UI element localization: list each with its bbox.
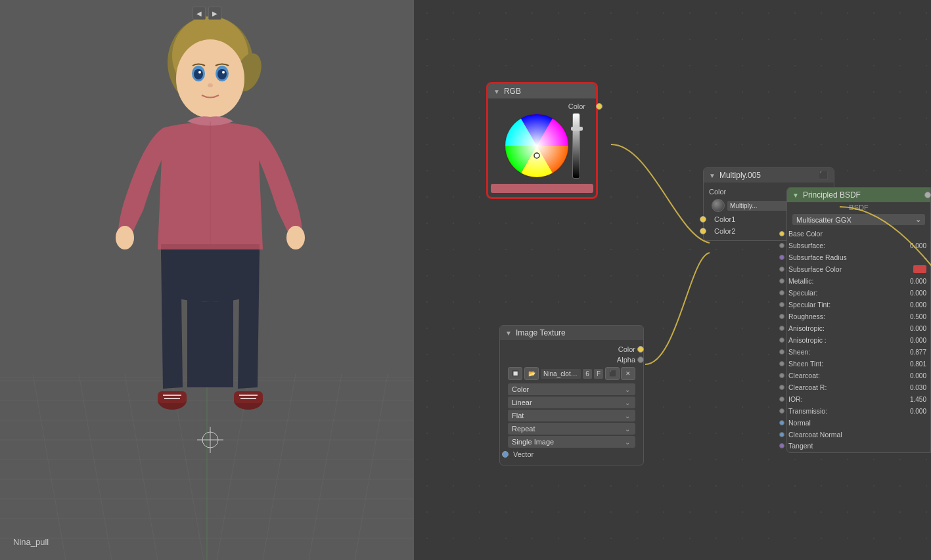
- principled-specular-tint-row: Specular Tint: 0.000: [787, 299, 930, 311]
- multiply-color1-socket: [700, 216, 706, 223]
- principled-bsdf-node: ▼ Principled BSDF BSDF Multiscatter GGX …: [786, 187, 931, 453]
- principled-tangent-socket: [779, 443, 784, 448]
- multiply-save-icon[interactable]: ⬛: [819, 171, 829, 180]
- principled-ior-row: IOR: 1.450: [787, 393, 930, 405]
- viewport-nav-arrows: ◀ ▶: [193, 7, 221, 20]
- principled-sheen-tint-value: 0.801: [910, 360, 926, 368]
- bsdf-distribution-row: Multiscatter GGX ⌄: [790, 214, 928, 225]
- principled-anisotropic2-socket: [779, 337, 784, 343]
- multiply-ball: [712, 199, 725, 212]
- image-texture-repeat-dropdown[interactable]: Repeat: [508, 423, 635, 435]
- image-texture-title: Image Texture: [516, 328, 566, 337]
- principled-node-title: Principled BSDF: [803, 190, 861, 200]
- viewport-background: ◀ ▶: [0, 0, 414, 560]
- principled-sheen-tint-label: Sheen Tint:: [786, 360, 909, 368]
- principled-sheen-socket: [779, 349, 784, 355]
- principled-subsurface-socket: [779, 243, 784, 248]
- image-texture-vector-row: Vector: [505, 449, 638, 461]
- rgb-node: ▼ RGB Color: [486, 82, 598, 199]
- rgb-color-wheel-container: Color: [488, 98, 596, 197]
- nav-left-arrow[interactable]: ◀: [193, 7, 206, 20]
- principled-tangent-row: Tangent: [787, 441, 930, 452]
- brightness-handle: [571, 127, 583, 131]
- image-texture-f-badge: F: [594, 369, 603, 379]
- rgb-node-header: ▼ RGB: [488, 84, 596, 98]
- principled-tangent-label: Tangent: [786, 442, 928, 450]
- image-texture-alpha-socket: [637, 356, 644, 363]
- principled-base-color-row: Base Color: [787, 228, 930, 240]
- image-texture-single-image-dropdown[interactable]: Single Image: [508, 436, 635, 448]
- principled-clearcoat-normal-label: Clearcoat Normal: [786, 431, 928, 439]
- viewport-panel: ◀ ▶: [0, 0, 414, 560]
- principled-roughness-label: Roughness:: [786, 312, 909, 320]
- svg-point-30: [208, 83, 213, 87]
- nav-right-arrow[interactable]: ▶: [208, 7, 221, 20]
- image-texture-color-socket: [637, 346, 644, 353]
- principled-subsurface-row: Subsurface: 0.000: [787, 240, 930, 251]
- image-texture-header: ▼ Image Texture: [500, 326, 643, 340]
- image-texture-color-dropdown[interactable]: Color: [508, 383, 635, 395]
- image-texture-filename[interactable]: Nina_clothes_m...: [541, 369, 581, 379]
- color-wheel[interactable]: [504, 113, 570, 179]
- principled-sheen-tint-row: Sheen Tint: 0.801: [787, 358, 930, 370]
- principled-subsurface-radius-chevron: ⌄: [923, 255, 928, 261]
- principled-clearcoat-normal-socket: [779, 432, 784, 437]
- image-texture-vector-socket: [502, 451, 509, 458]
- principled-ior-label: IOR:: [786, 395, 909, 403]
- bsdf-output-socket: [924, 192, 931, 198]
- principled-metallic-row: Metallic: 0.000: [787, 275, 930, 287]
- image-texture-controls: 🔲 📂 Nina_clothes_m... 6 F ⬛ ✕: [505, 365, 638, 382]
- bsdf-distribution-chevron: ⌄: [915, 215, 921, 224]
- image-texture-flat-dropdown-wrapper: Flat: [508, 410, 635, 421]
- principled-base-color-socket: [779, 231, 784, 236]
- principled-anisotropic-label: Anisotropic:: [786, 324, 909, 332]
- image-texture-single-image-dropdown-wrapper: Single Image: [508, 436, 635, 448]
- svg-line-17: [355, 374, 388, 560]
- principled-clearcoat-row: Clearcoat: 0.000: [787, 370, 930, 381]
- principled-subsurface-radius-row: Subsurface Radius ⌄: [787, 251, 930, 263]
- brightness-bar[interactable]: [572, 113, 580, 179]
- image-texture-close-icon[interactable]: ✕: [621, 367, 635, 380]
- image-texture-repeat-dropdown-wrapper: Repeat: [508, 423, 635, 435]
- scene-label: Nina_pull: [13, 537, 49, 547]
- bsdf-subtitle-row: BSDF: [787, 202, 930, 213]
- principled-normal-label: Normal: [786, 419, 928, 427]
- principled-transmission-socket: [779, 408, 784, 414]
- principled-ior-socket: [779, 397, 784, 402]
- principled-clearcoat-r-value: 0.030: [910, 384, 926, 391]
- principled-node-header: ▼ Principled BSDF: [787, 188, 930, 202]
- principled-subsurface-color-row: Subsurface Color: [787, 263, 930, 275]
- principled-metallic-label: Metallic:: [786, 277, 909, 285]
- principled-sheen-value: 0.877: [910, 349, 926, 356]
- principled-specular-label: Specular:: [786, 289, 909, 297]
- color-preview[interactable]: [491, 184, 593, 193]
- principled-clearcoat-r-socket: [779, 385, 784, 390]
- image-texture-save-icon[interactable]: ⬛: [605, 367, 620, 380]
- principled-specular-tint-socket: [779, 302, 784, 307]
- principled-subsurface-color-swatch[interactable]: [913, 265, 926, 273]
- principled-base-color-label: Base Color: [786, 230, 928, 238]
- svg-line-9: [33, 374, 66, 560]
- multiply-node-header: ▼ Multiply.005 ⬛: [704, 168, 834, 183]
- image-texture-icon-btn1[interactable]: 🔲: [508, 367, 522, 380]
- principled-transmission-value: 0.000: [910, 408, 926, 415]
- image-texture-color-output-row: Color: [505, 344, 638, 355]
- principled-metallic-socket: [779, 278, 784, 284]
- svg-point-23: [176, 39, 244, 118]
- principled-subsurface-value: 0.000: [910, 242, 926, 249]
- image-texture-icon-btn2[interactable]: 📂: [524, 367, 539, 380]
- image-texture-node: ▼ Image Texture Color Alpha 🔲 📂 Nina_clo…: [499, 325, 644, 465]
- image-texture-flat-dropdown[interactable]: Flat: [508, 410, 635, 421]
- image-texture-linear-dropdown[interactable]: Linear: [508, 397, 635, 408]
- bsdf-distribution-dropdown[interactable]: Multiscatter GGX ⌄: [792, 214, 925, 225]
- principled-specular-row: Specular: 0.000: [787, 287, 930, 299]
- principled-anisotropic2-value: 0.000: [910, 337, 926, 344]
- wheel-and-bar: [504, 113, 580, 179]
- principled-anisotropic-value: 0.000: [910, 325, 926, 332]
- rgb-node-title: RGB: [504, 87, 521, 96]
- multiply-color-label: Color: [709, 188, 726, 196]
- principled-subsurface-radius-socket: [779, 255, 784, 260]
- principled-sheen-tint-socket: [779, 361, 784, 366]
- svg-point-27: [217, 69, 227, 79]
- principled-subsurface-label: Subsurface:: [786, 242, 909, 249]
